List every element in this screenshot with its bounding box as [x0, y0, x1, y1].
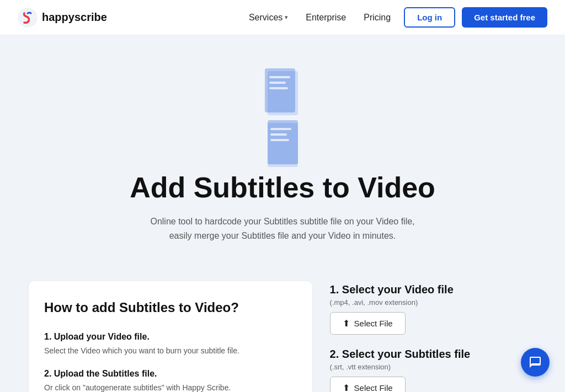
select-video-button[interactable]: ⬆ Select File	[330, 312, 406, 335]
navbar: happyscribe Services ▾ Enterprise Pricin…	[0, 0, 565, 35]
step-2: 2. Upload the Subtitles file. Or click o…	[44, 369, 297, 392]
upload-icon-2: ⬆	[343, 383, 350, 392]
svg-rect-4	[269, 82, 286, 84]
chat-icon	[529, 356, 542, 369]
svg-rect-9	[270, 133, 287, 136]
decoration-right	[22, 120, 543, 172]
subtitles-file-section: 2. Select your Subtitles file (.srt, .vt…	[330, 348, 536, 392]
step-2-desc: Or click on "autogenerate subtitles" wit…	[44, 382, 297, 392]
nav-services[interactable]: Services ▾	[249, 13, 288, 23]
get-started-button[interactable]: Get started free	[462, 7, 547, 28]
video-section-subtitle: (.mp4, .avi, .mov extension)	[330, 298, 536, 307]
svg-rect-3	[269, 76, 290, 78]
chat-button[interactable]	[521, 348, 550, 377]
nav-links: Services ▾ Enterprise Pricing	[249, 13, 391, 23]
step-1-desc: Select the Video which you want to burn …	[44, 345, 297, 357]
hero-section: Add Subtitles to Video Online tool to ha…	[0, 35, 565, 265]
right-panel: 1. Select your Video file (.mp4, .avi, .…	[330, 281, 536, 392]
svg-rect-7	[268, 120, 298, 164]
upload-icon: ⬆	[343, 318, 350, 329]
logo-text: happyscribe	[42, 11, 107, 24]
how-to-card: How to add Subtitles to Video? 1. Upload…	[29, 281, 312, 392]
login-button[interactable]: Log in	[404, 7, 455, 28]
decoration-left	[22, 68, 543, 120]
how-to-heading: How to add Subtitles to Video?	[44, 299, 297, 316]
nav-actions: Log in Get started free	[404, 7, 547, 28]
select-subtitles-button[interactable]: ⬆ Select File	[330, 377, 406, 392]
step-1-title: 1. Upload your Video file.	[44, 332, 297, 342]
chevron-down-icon: ▾	[285, 14, 288, 21]
page-title: Add Subtitles to Video	[22, 172, 543, 203]
svg-rect-8	[270, 128, 291, 130]
nav-enterprise[interactable]: Enterprise	[306, 13, 346, 23]
subtitles-section-title: 2. Select your Subtitles file	[330, 348, 536, 361]
svg-rect-2	[265, 68, 295, 112]
nav-pricing[interactable]: Pricing	[364, 13, 391, 23]
main-content: How to add Subtitles to Video? 1. Upload…	[7, 265, 558, 392]
select-subtitles-label: Select File	[354, 383, 393, 392]
logo[interactable]: happyscribe	[18, 8, 107, 28]
video-file-section: 1. Select your Video file (.mp4, .avi, .…	[330, 283, 536, 335]
svg-rect-10	[270, 139, 289, 141]
video-section-title: 1. Select your Video file	[330, 283, 536, 296]
subtitles-section-subtitle: (.srt, .vtt extension)	[330, 363, 536, 371]
svg-rect-5	[269, 87, 288, 89]
step-2-title: 2. Upload the Subtitles file.	[44, 369, 297, 379]
select-video-label: Select File	[354, 319, 393, 328]
hero-subtitle: Online tool to hardcode your Subtitles s…	[150, 214, 415, 243]
step-1: 1. Upload your Video file. Select the Vi…	[44, 332, 297, 357]
